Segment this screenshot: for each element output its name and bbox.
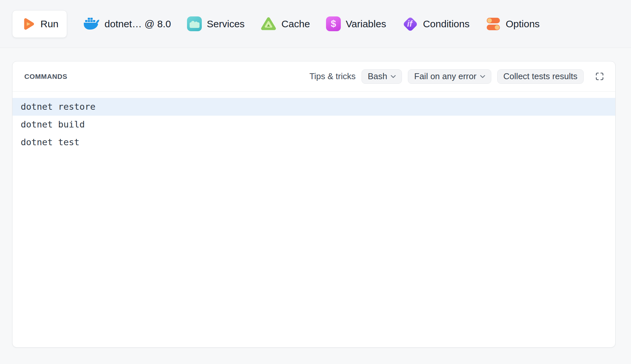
options-label: Options — [506, 18, 540, 30]
commands-panel-header: COMMANDS Tips & tricks Bash Fail on any … — [12, 61, 615, 92]
services-label: Services — [207, 18, 245, 30]
toolbar-item-docker-image[interactable]: dotnet… @ 8.0 — [83, 17, 171, 31]
pipeline-toolbar: Run dotnet… @ 8.0 — [0, 0, 631, 48]
fullscreen-icon — [595, 72, 604, 81]
command-line[interactable]: dotnet build — [12, 116, 615, 133]
run-button-label: Run — [40, 18, 58, 30]
if-glyph: if — [407, 19, 413, 29]
collect-tests-results-button[interactable]: Collect tests results — [497, 69, 584, 84]
toolbar-item-cache[interactable]: Cache — [261, 16, 310, 32]
content-area: COMMANDS Tips & tricks Bash Fail on any … — [0, 48, 631, 348]
command-line[interactable]: dotnet restore — [12, 98, 615, 116]
panel-title: COMMANDS — [24, 73, 67, 80]
tips-and-tricks-link[interactable]: Tips & tricks — [309, 71, 356, 81]
services-icon — [187, 16, 202, 31]
error-handling-dropdown[interactable]: Fail on any error — [408, 69, 491, 84]
toolbar-item-variables[interactable]: $ Variables — [326, 16, 386, 31]
options-icon — [486, 17, 501, 31]
collect-tests-results-label: Collect tests results — [503, 71, 577, 81]
variables-icon: $ — [326, 16, 341, 31]
run-button[interactable]: Run — [12, 10, 67, 38]
toolbar-item-options[interactable]: Options — [486, 17, 540, 31]
docker-icon — [83, 17, 100, 31]
error-handling-value: Fail on any error — [414, 71, 476, 81]
cache-label: Cache — [281, 18, 310, 30]
conditions-label: Conditions — [423, 18, 470, 30]
docker-image-label: dotnet… @ 8.0 — [105, 18, 171, 30]
cache-icon — [261, 16, 276, 32]
variables-label: Variables — [346, 18, 386, 30]
shell-dropdown[interactable]: Bash — [362, 69, 402, 84]
shell-dropdown-value: Bash — [368, 71, 387, 81]
play-icon — [21, 16, 36, 32]
chevron-down-icon — [391, 75, 396, 78]
toolbar-item-conditions[interactable]: if Conditions — [402, 16, 470, 32]
commands-editor[interactable]: dotnet restore dotnet build dotnet test — [12, 92, 615, 347]
commands-panel: COMMANDS Tips & tricks Bash Fail on any … — [12, 61, 616, 348]
dollar-glyph: $ — [331, 18, 336, 29]
conditions-icon: if — [402, 16, 418, 32]
toolbar-item-services[interactable]: Services — [187, 16, 245, 31]
fullscreen-button[interactable] — [594, 71, 605, 82]
command-line[interactable]: dotnet test — [12, 133, 615, 151]
panel-header-controls: Tips & tricks Bash Fail on any error — [309, 69, 605, 84]
chevron-down-icon — [480, 75, 485, 78]
